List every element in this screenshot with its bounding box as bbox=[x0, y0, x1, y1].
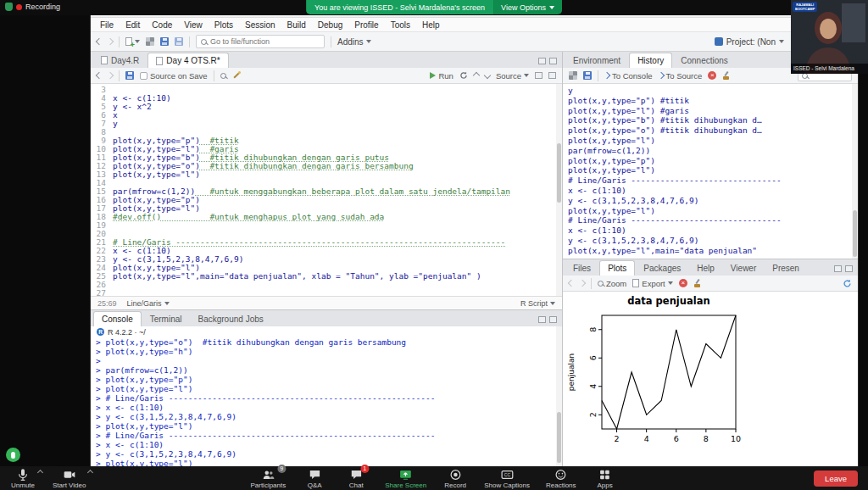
pane-minimize-icon[interactable] bbox=[538, 58, 546, 64]
tab-help[interactable]: Help bbox=[689, 260, 722, 276]
code-tools-icon[interactable] bbox=[232, 71, 241, 80]
history-entry[interactable]: y <- c(3,1,5,2,3,8,4,7,6,9) bbox=[568, 196, 853, 206]
history-entry[interactable]: plot(x,y,type="p") #titik bbox=[568, 96, 853, 106]
toolbar-item-participants[interactable]: 9Participants bbox=[250, 468, 286, 489]
code-line[interactable]: 19 bbox=[91, 221, 562, 230]
scrollbar-thumb[interactable] bbox=[853, 210, 857, 257]
toolbar-item-unmute[interactable]: Unmute bbox=[10, 468, 36, 489]
history-scrollbar[interactable] bbox=[852, 84, 858, 259]
clear-plots-icon[interactable] bbox=[693, 279, 702, 287]
load-history-icon[interactable] bbox=[569, 71, 577, 80]
remove-plot-icon[interactable]: × bbox=[679, 279, 687, 287]
pane-maximize-icon[interactable] bbox=[549, 316, 557, 323]
webcam-tile[interactable]: RAJAWALI BOOTCAMP ISSED - Selvi Mardalen… bbox=[791, 0, 868, 74]
chevron-up-icon[interactable] bbox=[87, 469, 93, 475]
tab-connections[interactable]: Connections bbox=[673, 53, 736, 68]
code-editor[interactable]: 34x <- c(1:10)5y <- x^26x7y89plot(x,y,ty… bbox=[91, 84, 562, 296]
pane-maximize-icon[interactable] bbox=[549, 58, 557, 64]
history-entry[interactable]: # Line/Garis ---------------------------… bbox=[568, 175, 853, 186]
code-line[interactable]: 26 bbox=[91, 281, 562, 289]
scrollbar-thumb[interactable] bbox=[557, 143, 561, 203]
zoom-plot-button[interactable]: Zoom bbox=[598, 279, 626, 288]
history-list[interactable]: yplot(x,y,type="p") #titikplot(x,y,type=… bbox=[563, 84, 858, 259]
code-line[interactable]: 6x bbox=[91, 111, 562, 120]
project-selector[interactable]: Project: (Non bbox=[715, 37, 784, 47]
code-line[interactable]: 25plot(x,y,type="l",main="data penjualan… bbox=[91, 272, 562, 281]
history-entry[interactable]: plot(x,y,type="l") bbox=[568, 136, 853, 146]
save-icon[interactable] bbox=[160, 37, 169, 46]
source-button[interactable]: Source bbox=[496, 71, 529, 81]
source-on-save-toggle[interactable]: Source on Save bbox=[140, 71, 208, 81]
tab-packages[interactable]: Packages bbox=[636, 260, 688, 276]
save-all-icon[interactable] bbox=[175, 37, 183, 46]
menu-item-plots[interactable]: Plots bbox=[209, 20, 239, 30]
goto-file-input[interactable] bbox=[210, 37, 310, 46]
forward-icon[interactable] bbox=[107, 38, 114, 45]
history-entry[interactable]: plot(x,y,type="l") bbox=[568, 165, 853, 175]
view-options-button[interactable]: View Options bbox=[493, 0, 562, 14]
tab-terminal[interactable]: Terminal bbox=[142, 311, 190, 326]
run-button[interactable]: Run bbox=[430, 71, 453, 81]
toolbar-item-qa[interactable]: Q&A bbox=[302, 468, 327, 489]
tab-presen[interactable]: Presen bbox=[765, 260, 807, 276]
toolbar-item-start-video[interactable]: Start Video bbox=[53, 468, 86, 489]
menu-item-edit[interactable]: Edit bbox=[120, 20, 146, 30]
menu-item-build[interactable]: Build bbox=[281, 20, 312, 30]
remove-entry-icon[interactable]: × bbox=[708, 71, 716, 80]
history-entry[interactable]: y bbox=[568, 86, 853, 96]
history-entry[interactable]: plot(x,y,type="b") #titik dihubungkan d… bbox=[568, 115, 853, 125]
toolbar-item-apps[interactable]: Apps bbox=[593, 468, 618, 489]
tab-environment[interactable]: Environment bbox=[565, 53, 628, 68]
refresh-icon[interactable] bbox=[843, 279, 852, 288]
code-line[interactable]: 27 bbox=[91, 289, 562, 296]
toolbar-item-share-screen[interactable]: Share Screen bbox=[385, 468, 426, 489]
history-entry[interactable]: par(mfrow=c(1,2)) bbox=[568, 146, 853, 156]
code-line[interactable]: 13plot(x,y,type="l") bbox=[91, 170, 562, 179]
toolbar-item-show-captions[interactable]: CCShow Captions bbox=[484, 468, 530, 489]
history-entry[interactable]: plot(x,y,type="l") bbox=[568, 206, 853, 216]
file-type-selector[interactable]: R Script bbox=[520, 299, 555, 308]
chevron-up-icon[interactable] bbox=[37, 469, 43, 475]
tab-plots[interactable]: Plots bbox=[599, 260, 635, 276]
rerun-icon[interactable] bbox=[459, 71, 468, 80]
toolbar-item-reactions[interactable]: Reactions bbox=[546, 468, 576, 489]
history-entry[interactable]: plot(x,y,type="l",main="data penjualan" bbox=[568, 246, 853, 256]
editor-scrollbar[interactable] bbox=[556, 84, 562, 296]
new-file-button[interactable] bbox=[125, 37, 140, 46]
forward-icon[interactable] bbox=[107, 72, 114, 79]
menu-item-file[interactable]: File bbox=[94, 20, 120, 30]
scrollbar-thumb[interactable] bbox=[557, 412, 561, 463]
menu-item-debug[interactable]: Debug bbox=[312, 20, 348, 30]
history-entry[interactable]: plot(x,y,type="l") #garis bbox=[568, 106, 853, 116]
menu-item-session[interactable]: Session bbox=[239, 20, 281, 30]
code-line[interactable]: 7y bbox=[91, 120, 562, 128]
scope-selector[interactable]: Line/Garis bbox=[127, 299, 170, 308]
console-scrollbar[interactable] bbox=[556, 326, 562, 466]
tab-files[interactable]: Files bbox=[565, 260, 598, 276]
code-line[interactable]: 4x <- c(1:10) bbox=[91, 94, 562, 103]
clear-history-icon[interactable] bbox=[722, 71, 731, 80]
tab-day-4-ots-r[interactable]: Day 4 OTS.R* bbox=[147, 53, 228, 68]
save-icon[interactable] bbox=[125, 71, 134, 80]
history-entry[interactable]: x <- c(1:10) bbox=[568, 226, 853, 236]
save-history-icon[interactable] bbox=[583, 71, 592, 80]
menu-item-view[interactable]: View bbox=[178, 20, 209, 30]
export-button[interactable]: Export bbox=[632, 279, 672, 288]
find-icon[interactable] bbox=[220, 73, 226, 79]
next-plot-icon[interactable] bbox=[579, 280, 586, 287]
history-entry[interactable]: y <- c(3,1,5,2,3,8,4,7,6,9) bbox=[568, 236, 853, 246]
toolbar-item-record[interactable]: Record bbox=[442, 468, 468, 489]
audio-indicator-icon[interactable] bbox=[6, 448, 20, 462]
menu-item-profile[interactable]: Profile bbox=[348, 20, 384, 30]
code-line[interactable]: 18#dev.off() #untuk menghapus plot yang … bbox=[91, 213, 562, 221]
menu-item-tools[interactable]: Tools bbox=[385, 20, 416, 30]
pane-minimize-icon[interactable] bbox=[834, 265, 842, 272]
pane-minimize-icon[interactable] bbox=[538, 316, 546, 323]
back-icon[interactable] bbox=[96, 38, 103, 45]
toolbar-item-chat[interactable]: 1Chat bbox=[343, 468, 369, 489]
goto-file-search[interactable] bbox=[196, 35, 325, 48]
previous-plot-icon[interactable] bbox=[568, 280, 575, 287]
tab-background-jobs[interactable]: Background Jobs bbox=[191, 311, 271, 326]
pane-maximize-icon[interactable] bbox=[845, 265, 853, 272]
console-output[interactable]: > plot(x,y,type="o") #titik dihubungkan … bbox=[91, 337, 562, 466]
